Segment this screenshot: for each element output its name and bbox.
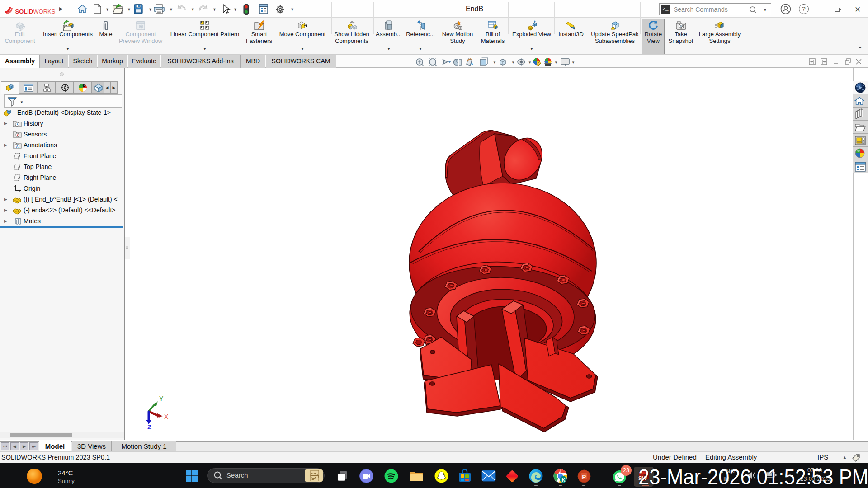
svg-text:A: A	[16, 145, 19, 149]
svg-text:!: !	[613, 26, 613, 29]
svg-text:▼: ▼	[511, 61, 515, 65]
svg-text:▼: ▼	[528, 61, 532, 65]
svg-text:Z: Z	[147, 423, 151, 431]
svg-text:▼: ▼	[493, 61, 496, 65]
svg-text:P: P	[582, 474, 586, 480]
svg-text:Y: Y	[159, 395, 164, 402]
svg-text:▼: ▼	[554, 61, 558, 65]
svg-text:▼: ▼	[571, 61, 575, 65]
svg-text:A: A	[470, 61, 473, 66]
svg-text:X: X	[164, 413, 169, 420]
svg-text:K: K	[562, 477, 566, 483]
